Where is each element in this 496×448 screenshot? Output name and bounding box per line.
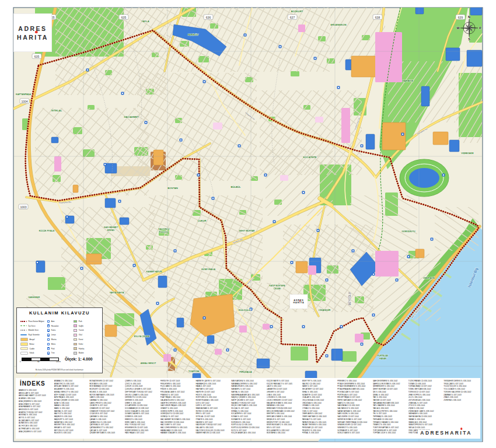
legend-item: Marina bbox=[47, 337, 74, 342]
scale-ticks: 060120 m bbox=[20, 360, 61, 363]
map-label: HACIAHMET bbox=[124, 116, 139, 118]
index-entry: KÜÇÜK AKARCA S. 636-1004 bbox=[231, 432, 265, 435]
map-label: KÜÇÜK PİYALE bbox=[39, 229, 55, 232]
legend-item: İlçe Sınırı bbox=[20, 324, 47, 328]
legend-columns: Pizza Station Bölgesiİlçe SınırıMahalle … bbox=[20, 319, 100, 355]
legend-item: Sokak bbox=[20, 351, 47, 356]
logo-line-1: ADRES bbox=[18, 25, 47, 32]
logo-line-2: HARITA bbox=[17, 34, 48, 41]
map-label: TOMTOM bbox=[188, 370, 200, 373]
map-label: BEYOĞLU bbox=[347, 292, 351, 305]
map-label: EFENDİ bbox=[107, 229, 114, 232]
legend-item: Pizza Station Bölgesi bbox=[20, 319, 47, 324]
legend-blue-icon bbox=[47, 347, 50, 350]
legend-item: Okul bbox=[74, 332, 100, 337]
legend-item: Turizm bbox=[74, 328, 100, 333]
map-label: ŞEHİT MUHTAR bbox=[239, 230, 255, 232]
map-label: EVLİYA ÇELEBİ bbox=[134, 335, 150, 338]
map-label: KADI MEHMET bbox=[104, 226, 118, 229]
map-label: CAMİİKEBİR bbox=[28, 296, 40, 299]
index-column: ARABACI S. 636-1004ARAKİYECİ S. 636-1003… bbox=[54, 380, 88, 437]
svg-text:638: 638 bbox=[375, 16, 380, 19]
adres-harita-logo: ADRES HARITA bbox=[14, 14, 51, 51]
index-entry: TOPRAK LÜLE S. 636-1004 bbox=[373, 432, 407, 435]
legend-item: Kamu bbox=[47, 328, 74, 333]
legend-item: Bulvar bbox=[20, 342, 47, 346]
adresharita-brand: ADRESHARITA bbox=[418, 430, 472, 436]
compass-letter: W bbox=[456, 26, 460, 30]
map-label: KULOĞLU bbox=[239, 309, 251, 312]
legend-area-symbols: ParkSağlıkTurizmOkulKonutKültürFabrikaMa… bbox=[74, 319, 100, 355]
index-entry: ÇEŞME MEYDANI S. 636-1003 bbox=[89, 432, 123, 435]
legend-line-symbols: Pizza Station Bölgesiİlçe SınırıMahalle … bbox=[20, 319, 47, 355]
map-label: CİHANGİR bbox=[319, 309, 331, 312]
legend-icon-symbols: AvmHavaalanıKamuLimanMarinaMetroParkTren bbox=[47, 319, 74, 355]
legend-item: Raylı Sistemler bbox=[20, 332, 47, 337]
map-label: ASMALI MESCİT bbox=[141, 362, 157, 365]
index-entry: KAMER HATUN CD 636-1003 bbox=[195, 432, 229, 435]
legend-item: Mahalle Sınırı bbox=[20, 328, 47, 333]
map-label: KOCATEPE bbox=[303, 156, 317, 159]
legend-box: KULLANIM KILAVUZU Pizza Station Bölgesiİ… bbox=[16, 307, 103, 373]
legend-item: Cadde bbox=[20, 346, 47, 351]
legend-item: Havaalanı bbox=[47, 324, 74, 328]
legend-blue-icon bbox=[47, 352, 50, 355]
legend-item: Maden bbox=[74, 351, 100, 356]
index-entry: ZÜREFA S. 636-1003 bbox=[443, 399, 477, 402]
scale-label: Ölçek: 1: 4.000 bbox=[65, 357, 93, 361]
compass-letter: N bbox=[468, 15, 470, 19]
map-label: FİRUZAĞA bbox=[239, 370, 252, 373]
map-label: KAPTANPAŞA bbox=[16, 93, 31, 96]
map-label: KAMER HATUN bbox=[146, 271, 162, 273]
map-label: GÜMÜŞSUYU bbox=[401, 230, 415, 233]
index-entry: ANA ÇEŞMESİ S. 637-1003 bbox=[19, 430, 53, 433]
index-column: ABANOZ S. 636-1003ABDULLAH S. 637-1003AB… bbox=[19, 380, 53, 437]
legend-item: Kültür bbox=[74, 342, 100, 346]
map-watermark-logo: ADRES HARITA bbox=[290, 295, 308, 309]
map-label: KULLUĞU bbox=[159, 230, 169, 233]
legend-item: Park bbox=[47, 346, 74, 351]
map-label: HÜSEYİNAĞA bbox=[201, 268, 215, 271]
map-label: ÇELEBİ bbox=[274, 288, 281, 290]
legend-blue-icon bbox=[47, 334, 50, 337]
index-entry: PIRNAL S. 636-1003 bbox=[302, 432, 336, 435]
index-entry: BİLEZİK S. 638-1002 bbox=[54, 432, 88, 435]
svg-text:1003: 1003 bbox=[20, 205, 26, 209]
map-label: VİŞNEZADE bbox=[461, 152, 474, 155]
legend-item: Fabrika bbox=[74, 346, 100, 351]
index-column: KAN KARDEŞİ S. 636-1004KARABAŞ DERESİ S.… bbox=[231, 380, 265, 437]
map-label: İSTİKLAL bbox=[51, 109, 62, 112]
map-label: KATİP MUSTAFA bbox=[270, 285, 285, 287]
legend-blue-icon bbox=[47, 343, 50, 346]
legend-blue-icon bbox=[47, 329, 50, 332]
index-entry: SÜSLÜ SAKSI S. 637-1003 bbox=[337, 432, 371, 435]
legend-item: Metro bbox=[47, 342, 74, 346]
index-column: ÇİMEN S. 636-1004ÇİVİCİ S. 636-1003ÇUKUR… bbox=[125, 380, 159, 437]
brand-red-dot-i: I bbox=[460, 430, 463, 436]
map-label: ÇUKUR bbox=[197, 219, 206, 222]
index-column: PİREMECİ S. 636-1004PİYALE DEĞİRMENİ S. … bbox=[337, 380, 371, 437]
map-label: ÖMER AVNİ bbox=[423, 276, 435, 279]
map-label: BÜLBÜL bbox=[230, 186, 241, 188]
map-label: HARBİYE bbox=[403, 79, 414, 82]
index-title: İNDEKS bbox=[20, 380, 46, 387]
index-columns: ABANOZ S. 636-1003ABDULLAH S. 637-1003AB… bbox=[19, 380, 477, 437]
index-column: FERİDİYE CD 637-1003FESLEĞEN S. 636-1003… bbox=[160, 380, 194, 437]
map-label: KALYONCU bbox=[159, 228, 170, 230]
legend-item: Park bbox=[74, 319, 100, 324]
map-label: FERİKÖY bbox=[188, 33, 199, 36]
map-note: Bu harita 2018 yılında PIZZA STATION içi… bbox=[18, 369, 101, 371]
legend-blue-icon bbox=[47, 324, 50, 327]
legend-blue-icon bbox=[47, 320, 50, 323]
map-label: PÜRTELAŞ bbox=[378, 354, 389, 357]
index-entry: MUSTAFA S. 636-1004 bbox=[267, 432, 301, 435]
svg-text:635: 635 bbox=[34, 55, 40, 58]
legend-item: Sağlık bbox=[74, 324, 100, 328]
index-column: BOĞAZKESEN CD 637-1002BOSTAN S. 636-1003… bbox=[89, 380, 123, 437]
index-entry: FAİK PAŞA S. 637-1002 bbox=[125, 432, 159, 435]
index-column: KÜÇÜK BAYIR S. 637-1004KÜÇÜK PANGALTI S.… bbox=[267, 380, 301, 437]
index-entry: HAMAM ODALARI S. 636-1004 bbox=[160, 432, 194, 435]
svg-text:639: 639 bbox=[458, 16, 463, 19]
logo-red-dot-i: I bbox=[34, 34, 37, 41]
index-column: ŞAH DEĞİRMENİ S. 636-1002ŞAHKULU BOSTANI… bbox=[373, 380, 407, 437]
